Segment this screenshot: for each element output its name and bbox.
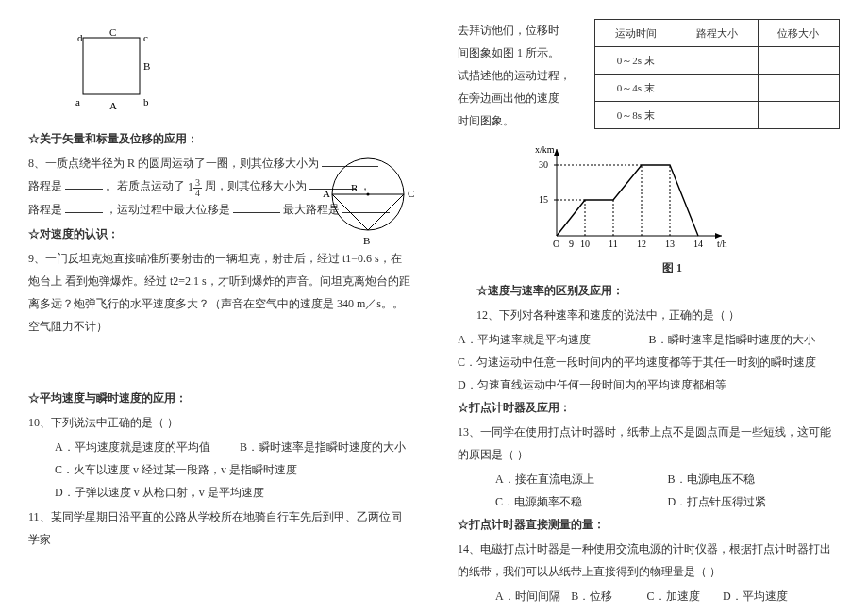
cell-blank [676,75,758,102]
label-b: b [143,96,149,108]
chart-caption: 图 1 [505,257,840,279]
left-column: d c C B a A b ☆关于矢量和标量及位移的应用： A B C R [28,19,410,594]
question-13-options: A．接在直流电源上 B．电源电压不稳 C．电源频率不稳 D．打点针压得过紧 [458,468,840,513]
svg-marker-13 [554,149,559,156]
q14-a: A．时间间隔 [495,585,571,607]
question-12-stem: 12、下列对各种速率和速度的说法中，正确的是（ ） [458,304,840,326]
question-9: 9、一门反坦克炮直接瞄准所要射击的一辆坦克，射击后，经过 t1=0.6 s，在炮… [28,247,410,338]
section-vector-title: ☆关于矢量和标量及位移的应用： [28,127,410,150]
svg-text:A: A [323,188,330,199]
question-15: 15、 用接在 50 Hz 交流电源上的打点计时器，测定小车速度，某次实验中得到 [458,609,840,613]
svg-line-5 [368,194,404,230]
mixed-fraction: 134 [188,175,202,198]
opt-a: A．平均速度就是速度的平均值 [55,436,240,458]
q12-b: B．瞬时速率是指瞬时速度的大小 [649,333,815,346]
th-displacement: 位移大小 [758,20,839,47]
question-14-stem: 14、电磁打点计时器是一种使用交流电源的计时仪器，根据打点计时器打出的纸带，我们… [458,538,840,583]
svg-text:10: 10 [580,239,590,249]
svg-line-4 [332,194,368,230]
circle-diagram: A B C R [316,152,420,256]
q14-d: D．平均速度 [723,585,798,607]
section-speed-rate-title: ☆速度与速率的区别及应用： [458,279,840,302]
blank [65,178,103,190]
q8-text-2b: 。若质点运动了 [106,179,185,192]
label-C: C [109,28,116,38]
section-avg-speed-title: ☆平均速度与瞬时速度的应用： [28,387,410,409]
cell-r3: 0～8s 末 [595,102,676,129]
displacement-chart: x/km t/h O 15 30 9 10 11 12 13 14 [533,141,731,255]
q13-d: D．打点针压得过紧 [668,490,841,513]
svg-text:13: 13 [665,239,675,249]
blank [65,202,103,213]
svg-text:C: C [408,188,414,199]
q8-text-3a: 路程是 [28,203,62,216]
label-d: d [77,32,83,43]
q8-text-2c: 周，则其位移大小为 [205,179,307,192]
q8-text-2a: 路程是 [28,179,62,192]
label-B: B [143,60,150,72]
svg-text:x/km: x/km [535,144,555,155]
question-11: 11、某同学星期日沿平直的公路从学校所在地骑自行车先后到甲、乙两位同学家 [28,505,410,551]
svg-text:R: R [351,182,359,193]
svg-text:30: 30 [539,159,548,170]
cell-blank [676,102,758,129]
question-14-options: A．时间间隔 B．位移 C．加速度 D．平均速度 [458,585,840,607]
question-10-options: A．平均速度就是速度的平均值B．瞬时速率是指瞬时速度的大小 C．火车以速度 v … [28,436,410,504]
q13-c: C．电源频率不稳 [495,490,668,513]
svg-text:O: O [553,239,559,249]
svg-text:12: 12 [637,239,646,249]
right-column: 运动时间路程大小位移大小 0～2s 末 0～4s 末 0～8s 末 去拜访他们，… [458,19,840,594]
cell-blank [758,75,839,102]
opt-c: C．火车以速度 v 经过某一段路，v 是指瞬时速度 [55,458,410,481]
label-c: c [143,32,148,43]
square-diagram: d c C B a A b [66,28,160,118]
opt-b: B．瞬时速率是指瞬时速度的大小 [240,440,406,454]
section-timer-measure-title: ☆打点计时器直接测量的量： [458,513,840,536]
svg-rect-0 [83,38,140,94]
q12-c: C．匀速运动中任意一段时间内的平均速度都等于其任一时刻的瞬时速度 [458,351,840,373]
svg-text:B: B [363,235,370,246]
svg-text:14: 14 [693,239,703,249]
question-10-stem: 10、下列说法中正确的是（ ） [28,411,410,434]
q8-text-3b: ，运动过程中最大位移是 [106,203,230,216]
section-timer-title: ☆打点计时器及应用： [458,396,840,419]
label-a: a [75,96,80,108]
svg-text:15: 15 [539,194,548,205]
q11-continuation: 运动时间路程大小位移大小 0～2s 末 0～4s 末 0～8s 末 去拜访他们，… [458,19,840,132]
th-time: 运动时间 [595,20,676,47]
question-13-stem: 13、一同学在使用打点计时器时，纸带上点不是圆点而是一些短线，这可能的原因是（ … [458,421,840,466]
cell-blank [758,47,839,75]
svg-text:11: 11 [609,239,618,249]
th-distance: 路程大小 [676,20,758,47]
svg-text:9: 9 [569,239,574,249]
label-A: A [109,100,117,111]
motion-table: 运动时间路程大小位移大小 0～2s 末 0～4s 末 0～8s 末 [594,19,840,129]
q12-d: D．匀速直线运动中任何一段时间内的平均速度都相等 [458,373,840,396]
spacer [28,340,410,387]
cell-r2: 0～4s 末 [595,75,676,102]
q13-b: B．电源电压不稳 [668,468,841,490]
q8-text-1: 8、一质点绕半径为 R 的圆周运动了一圈，则其位移大小为 [28,157,319,170]
blank [233,202,280,213]
cell-blank [758,102,839,129]
opt-d: D．子弹以速度 v 从枪口射，v 是平均速度 [55,481,410,504]
q12-a: A．平均速率就是平均速度 [458,328,649,351]
q14-b: B．位移 [571,585,646,607]
q14-c: C．加速度 [647,585,723,607]
cell-blank [676,47,758,75]
svg-text:t/h: t/h [717,239,727,249]
q13-a: A．接在直流电源上 [495,468,668,490]
question-8: A B C R 8、一质点绕半径为 R 的圆周运动了一圈，则其位移大小为 路程是… [28,152,410,221]
cell-r1: 0～2s 末 [595,47,676,75]
